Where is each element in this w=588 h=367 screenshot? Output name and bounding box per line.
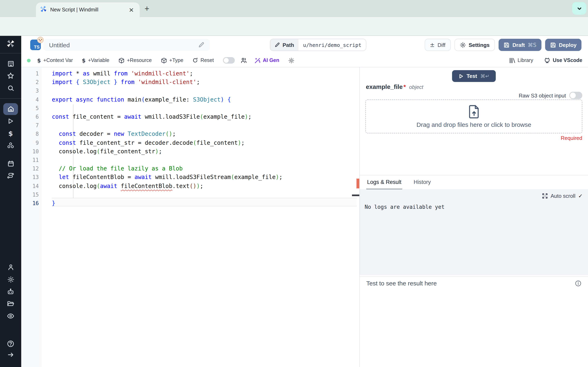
plus-minus-icon: ± <box>430 42 435 48</box>
reset-button[interactable]: Reset <box>192 58 214 63</box>
code-line[interactable]: const decoder = new TextDecoder(); <box>52 130 176 138</box>
sidebar-item-workspace[interactable] <box>0 58 21 70</box>
sidebar-item-flows[interactable] <box>0 170 21 182</box>
info-icon[interactable] <box>575 280 581 286</box>
code-line[interactable]: export async function main(example_file:… <box>52 95 231 104</box>
status-dot <box>27 58 31 62</box>
draft-button[interactable]: Draft ⌘S <box>499 39 541 51</box>
code-line[interactable]: let fileContentBlob = await wmill.loadS3… <box>52 173 283 182</box>
code-line[interactable]: } <box>52 199 55 208</box>
draft-label: Draft <box>512 42 525 48</box>
line-number: 15 <box>22 191 39 199</box>
sidebar-item-settings[interactable] <box>0 273 21 285</box>
type-label: +Type <box>169 58 183 63</box>
add-resource-button[interactable]: +Resource <box>118 57 152 63</box>
overview-ruler-cursor-mark <box>352 194 359 196</box>
add-type-button[interactable]: +Type <box>161 57 183 63</box>
multiplayer-toggle[interactable] <box>223 57 234 64</box>
resources-cubes-icon <box>7 142 14 149</box>
line-number: 10 <box>22 147 39 156</box>
language-badge-typescript[interactable]: TS <box>30 40 41 50</box>
sidebar-item-search[interactable] <box>0 82 21 94</box>
add-variable-button[interactable]: $ +Variable <box>82 57 109 63</box>
settings-button[interactable]: Settings <box>454 39 495 51</box>
toggle-off[interactable] <box>223 57 234 64</box>
edit-pencil-icon[interactable] <box>199 42 204 48</box>
current-line-highlight <box>52 198 357 206</box>
line-number: 5 <box>22 104 39 113</box>
library-label: Library <box>518 58 533 63</box>
ai-gen-button[interactable]: AI Gen <box>254 57 279 63</box>
line-number: 13 <box>22 173 39 182</box>
deploy-button[interactable]: Deploy <box>545 39 581 51</box>
sidebar-expand[interactable] <box>0 350 21 360</box>
script-title-input[interactable]: Untitled <box>43 39 210 51</box>
code-line[interactable]: import { S3Object } from 'windmill-clien… <box>52 78 200 86</box>
dollar-icon: $ <box>82 57 86 63</box>
sidebar-item-user[interactable] <box>0 261 21 273</box>
logs-panel: Auto scroll ✓ No logs are available yet <box>360 189 588 275</box>
chevron-down-icon[interactable] <box>572 2 586 15</box>
variables-dollar-icon: $ <box>8 129 13 137</box>
magic-wand-icon <box>254 57 260 63</box>
code-line[interactable]: const file_content = await wmill.loadS3F… <box>52 113 251 121</box>
windmill-logo[interactable] <box>0 38 21 50</box>
sidebar-item-schedules[interactable] <box>0 157 21 170</box>
logs-tabs: Logs & Result History <box>366 176 432 190</box>
code-line[interactable]: console.log(await fileContentBlob.text()… <box>52 182 203 190</box>
code-line[interactable]: // Or load the file lazily as a Blob <box>52 164 183 173</box>
ts-label: TS <box>34 44 40 49</box>
code-line[interactable]: const file_content_str = decoder.decode(… <box>52 138 245 147</box>
code-editor[interactable]: 12345678910111213141516 import * as wmil… <box>21 67 359 367</box>
use-vscode-button[interactable]: Use VScode <box>544 57 582 64</box>
path-value[interactable]: u/henri/demo_script <box>298 39 366 50</box>
raw-s3-toggle[interactable] <box>569 92 582 99</box>
test-panel: Test ⌘↵ example_file * object Raw S3 obj… <box>359 67 588 367</box>
help-icon <box>7 340 14 347</box>
overview-ruler-error-mark <box>356 179 359 188</box>
diff-button[interactable]: ± Diff <box>425 39 451 51</box>
home-active-highlight <box>3 103 18 115</box>
sidebar-item-workers[interactable] <box>0 285 21 298</box>
save-icon <box>503 42 510 48</box>
audit-eye-icon <box>7 312 14 320</box>
tab-logs-result[interactable]: Logs & Result <box>366 176 402 190</box>
multiplayer-users-icon[interactable] <box>240 57 247 64</box>
test-button[interactable]: Test ⌘↵ <box>452 70 496 82</box>
sidebar-divider <box>0 98 21 99</box>
code-line[interactable]: console.log(file_content_str); <box>52 147 162 156</box>
favorites-star-icon <box>7 72 14 80</box>
file-dropzone[interactable]: Drag and drop files here or click to bro… <box>365 100 582 133</box>
sidebar-item-audit[interactable] <box>0 310 21 322</box>
workers-robot-icon <box>7 288 14 295</box>
sidebar-item-resources[interactable] <box>0 140 21 152</box>
argument-name: example_file <box>366 83 403 90</box>
browser-tab[interactable]: New Script | Windmill ✕ <box>36 2 140 17</box>
deploy-label: Deploy <box>559 42 577 48</box>
line-number-gutter: 12345678910111213141516 <box>21 67 42 367</box>
editor-settings-gear[interactable] <box>288 57 294 63</box>
sidebar-item-favorites[interactable] <box>0 70 21 82</box>
sidebar-item-folders[interactable] <box>0 298 21 310</box>
sidebar-item-runs[interactable] <box>0 115 21 127</box>
close-icon[interactable]: ✕ <box>127 6 136 14</box>
sidebar-item-help[interactable] <box>0 338 21 350</box>
home-icon <box>7 105 14 112</box>
sidebar-item-variables[interactable]: $ <box>0 127 21 140</box>
sidebar-item-home[interactable] <box>0 103 21 115</box>
tab-history[interactable]: History <box>413 176 432 190</box>
code-line[interactable]: import * as wmill from 'windmill-client'… <box>52 69 193 78</box>
variable-label: +Variable <box>88 58 109 63</box>
browser-toolbar: app.windmill.dev/scripts/add#JTdCJTIyaGF… <box>0 17 588 36</box>
settings-label: Settings <box>469 42 490 48</box>
library-button[interactable]: Library <box>509 57 533 63</box>
ai-gen-label: AI Gen <box>263 58 279 63</box>
auto-scroll-control[interactable]: Auto scroll ✓ <box>543 193 583 199</box>
add-context-var-button[interactable]: $ +Context Var <box>37 57 73 63</box>
path-selector[interactable]: Path u/henri/demo_script <box>270 39 366 51</box>
line-number: 3 <box>22 87 39 95</box>
checkmark-icon: ✓ <box>578 193 583 199</box>
auto-scroll-label: Auto scroll <box>551 193 575 199</box>
folders-icon <box>7 300 14 308</box>
new-tab-icon[interactable]: + <box>145 4 149 13</box>
